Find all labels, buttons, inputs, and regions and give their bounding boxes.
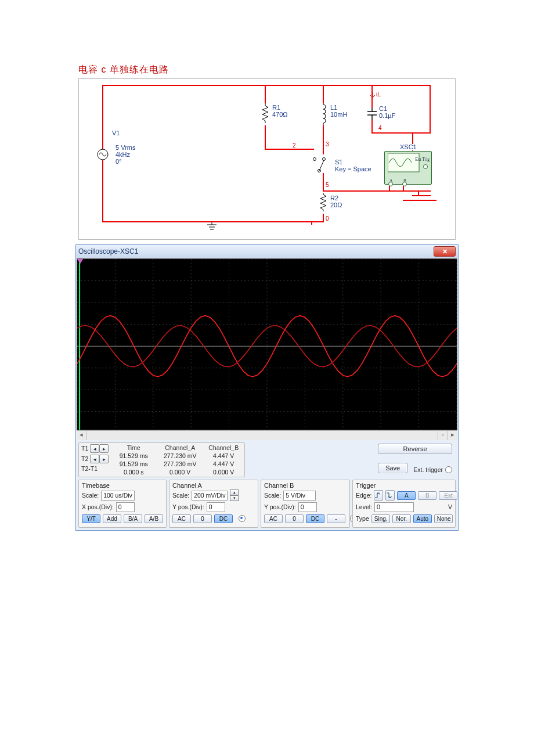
mode-ab-button[interactable]: A/B: [145, 514, 163, 523]
resistor-r2[interactable]: [319, 193, 328, 213]
chb-ypos-input[interactable]: 0: [298, 502, 317, 512]
cha-ypos-label: Y pos.(Div):: [172, 503, 204, 510]
scroll-box-icon[interactable]: ▫: [438, 431, 448, 440]
trig-header: Trigger: [356, 482, 452, 489]
wire: [412, 195, 431, 196]
cha-header: Channel_A: [158, 444, 201, 451]
label-l1v: 10mH: [330, 111, 348, 118]
cursor-readout: T1 ◂▸ T2 ◂▸ T2-T1 Time 91.529 ms 91.529 …: [78, 442, 245, 477]
scrollbar[interactable]: ◂ ▫▸: [77, 430, 457, 440]
cha-scale-input[interactable]: 200 mV/Div: [192, 491, 228, 501]
switch-s1[interactable]: [310, 154, 333, 175]
label-s1v: Key = Space: [334, 166, 372, 172]
cha-scale-down[interactable]: ▾: [230, 495, 239, 501]
t1-time: 91.529 ms: [113, 452, 154, 459]
t1-label: T1: [81, 445, 88, 452]
inductor-l1[interactable]: [319, 103, 327, 128]
svg-rect-4: [388, 153, 419, 172]
node-5: 5: [326, 182, 329, 188]
wire: [323, 173, 324, 190]
close-button[interactable]: ✕: [434, 246, 456, 257]
caption: 电容 c 单独练在电路: [78, 64, 534, 76]
trig-ext-button[interactable]: Ext: [439, 491, 457, 500]
channel-b-group: Channel B Scale: 5 V/Div Y pos.(Div): 0 …: [261, 480, 350, 528]
cha-ac-button[interactable]: AC: [172, 514, 191, 523]
wire: [265, 85, 266, 103]
timebase-header: Timebase: [82, 482, 163, 489]
save-button[interactable]: Save: [378, 463, 407, 473]
node-2: 2: [293, 143, 296, 149]
svg-marker-27: [77, 259, 83, 264]
edge-fall-icon[interactable]: [385, 490, 395, 501]
source-v1[interactable]: [97, 147, 109, 164]
reverse-button[interactable]: Reverse: [378, 444, 452, 454]
wire: [371, 132, 431, 134]
wire: [403, 200, 436, 201]
t1-right-button[interactable]: ▸: [99, 444, 109, 453]
mode-yt-button[interactable]: Y/T: [82, 514, 100, 523]
scope-port[interactable]: [402, 182, 407, 186]
label-s1: S1: [334, 159, 343, 165]
window-title: Oscilloscope-XSC1: [78, 247, 138, 255]
chb-0-button[interactable]: 0: [285, 514, 304, 523]
svg-point-1: [313, 158, 316, 161]
scope-screen[interactable]: [77, 258, 457, 430]
t1-left-button[interactable]: ◂: [90, 444, 99, 453]
cha-enable-radio[interactable]: [239, 515, 246, 522]
t2-left-button[interactable]: ◂: [90, 455, 99, 463]
channel-a-group: Channel A Scale: 200 mV/Div ▴▾ Y pos.(Di…: [169, 480, 258, 528]
wire: [323, 147, 324, 154]
cha-ypos-input[interactable]: 0: [207, 502, 225, 512]
scope-port[interactable]: [388, 182, 393, 186]
chb-inv-button[interactable]: -: [327, 514, 345, 523]
cha-0-button[interactable]: 0: [193, 514, 212, 523]
wire: [265, 125, 266, 149]
tb-scale-label: Scale:: [82, 492, 99, 499]
trig-b-button[interactable]: B: [418, 491, 436, 500]
tb-xpos-label: X pos.(Div):: [82, 503, 114, 510]
mode-ba-button[interactable]: B/A: [124, 514, 142, 523]
t2-label: T2: [81, 455, 88, 462]
t2-right-button[interactable]: ▸: [99, 455, 109, 463]
mode-add-button[interactable]: Add: [103, 514, 121, 523]
label-r2v: 20Ω: [330, 202, 342, 208]
schematic-area[interactable]: V1 5 Vrms 4kHz 0° R1 470Ω L1 10mH C1 0.1…: [78, 78, 456, 240]
scroll-left-icon[interactable]: ◂: [77, 431, 86, 440]
scroll-right-icon[interactable]: ▸: [448, 431, 457, 440]
cha-dc-button[interactable]: DC: [214, 514, 233, 523]
tb-xpos-input[interactable]: 0: [116, 502, 135, 512]
edge-rise-icon[interactable]: [374, 490, 383, 501]
label-v1-a: 5 Vrms: [115, 145, 136, 151]
diff-a: 0.000 V: [158, 469, 201, 476]
trig-a-button[interactable]: A: [397, 491, 416, 500]
chb-ac-button[interactable]: AC: [264, 514, 283, 523]
label-il: iL: [376, 92, 381, 98]
chb-header2: Channel B: [264, 482, 347, 489]
chb-dc-button[interactable]: DC: [306, 514, 324, 523]
trigger-group: Trigger Edge: A B Ext Level: 0 V Type Si…: [352, 480, 456, 528]
trig-sing-button[interactable]: Sing.: [371, 514, 390, 523]
node-3: 3: [326, 142, 329, 147]
label-r1v: 470Ω: [272, 111, 288, 118]
t2t1-label: T2-T1: [81, 465, 109, 472]
titlebar[interactable]: Oscilloscope-XSC1 ✕: [76, 245, 458, 258]
resistor-r1[interactable]: [261, 103, 270, 123]
tb-scale-input[interactable]: 100 us/Div: [101, 491, 135, 501]
trig-auto-button[interactable]: Auto: [413, 514, 432, 523]
chb-scale-input[interactable]: 5 V/Div: [283, 491, 316, 501]
label-v1-c: 0°: [115, 159, 122, 165]
capacitor-c1[interactable]: [367, 108, 377, 122]
cha-scale-up[interactable]: ▴: [230, 489, 239, 495]
label-r1: R1: [272, 105, 281, 111]
wire: [311, 221, 324, 222]
t2-b: 4.447 V: [206, 460, 241, 467]
trig-none-button[interactable]: None: [434, 514, 453, 523]
wire: [430, 85, 431, 134]
level-input[interactable]: 0: [374, 502, 414, 512]
label-v1-b: 4kHz: [115, 152, 131, 158]
trig-nor-button[interactable]: Nor.: [392, 514, 411, 523]
ext-trigger-radio[interactable]: [445, 466, 452, 473]
wire: [102, 85, 103, 150]
scope-port[interactable]: [423, 164, 428, 169]
oscilloscope-xsc1[interactable]: Ext Trig A B: [384, 151, 432, 185]
